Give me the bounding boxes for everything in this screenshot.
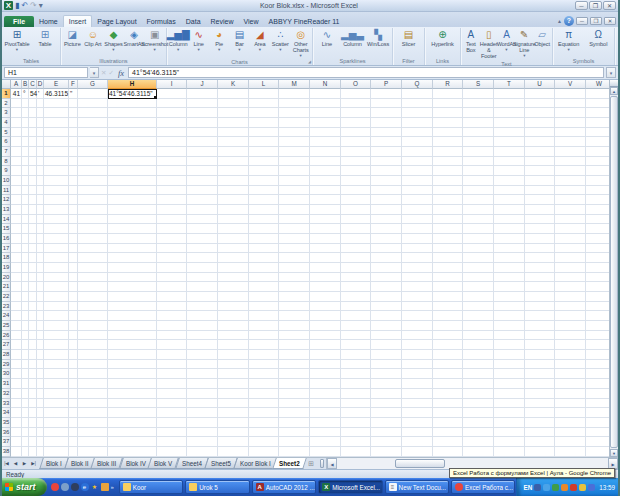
cell-K4[interactable] [218, 118, 249, 128]
cell-O18[interactable] [341, 253, 371, 263]
cell-P14[interactable] [371, 215, 402, 225]
cell-A23[interactable] [11, 302, 22, 312]
row-header-33[interactable]: 33 [2, 399, 11, 409]
alert-tray-icon[interactable] [570, 484, 577, 491]
cell-G37[interactable] [78, 437, 108, 447]
cell-U28[interactable] [525, 350, 555, 360]
cell-S5[interactable] [463, 128, 494, 138]
cell-I26[interactable] [157, 331, 187, 341]
cell-O10[interactable] [341, 176, 371, 186]
cell-V2[interactable] [555, 99, 586, 109]
cell-E34[interactable] [44, 408, 69, 418]
cell-P2[interactable] [371, 99, 402, 109]
cell-S25[interactable] [463, 321, 494, 331]
cell-G8[interactable] [78, 157, 108, 167]
cell-I37[interactable] [157, 437, 187, 447]
header-footer-button[interactable]: ▯Header & Footer [480, 28, 498, 60]
cell-D10[interactable] [37, 176, 44, 186]
row-header-16[interactable]: 16 [2, 234, 11, 244]
cell-G28[interactable] [78, 350, 108, 360]
cell-G6[interactable] [78, 137, 108, 147]
cell-Q23[interactable] [402, 302, 433, 312]
workbook-minimize-button[interactable]: ─ [576, 17, 588, 25]
cell-C3[interactable] [29, 108, 37, 118]
cell-J19[interactable] [187, 263, 218, 273]
winloss-button[interactable]: ▚Win/Loss [365, 28, 391, 48]
cell-S14[interactable] [463, 215, 494, 225]
cell-S24[interactable] [463, 311, 494, 321]
cell-W35[interactable] [586, 418, 609, 428]
cell-S2[interactable] [463, 99, 494, 109]
cell-K38[interactable] [218, 447, 249, 457]
cell-V24[interactable] [555, 311, 586, 321]
column-header-O[interactable]: O [341, 80, 371, 89]
cell-P31[interactable] [371, 379, 402, 389]
cell-C29[interactable] [29, 360, 37, 370]
cell-L3[interactable] [249, 108, 279, 118]
cell-H2[interactable] [108, 99, 157, 109]
cell-O22[interactable] [341, 292, 371, 302]
cell-I32[interactable] [157, 389, 187, 399]
cell-D21[interactable] [37, 282, 44, 292]
cell-D22[interactable] [37, 292, 44, 302]
cell-T5[interactable] [494, 128, 525, 138]
cell-P11[interactable] [371, 186, 402, 196]
column-header-Q[interactable]: Q [402, 80, 433, 89]
cell-R2[interactable] [433, 99, 463, 109]
cell-S28[interactable] [463, 350, 494, 360]
object-button[interactable]: ▱Object [533, 28, 551, 48]
cell-E5[interactable] [44, 128, 69, 138]
cell-L2[interactable] [249, 99, 279, 109]
cell-R23[interactable] [433, 302, 463, 312]
cell-S13[interactable] [463, 205, 494, 215]
cell-T37[interactable] [494, 437, 525, 447]
cell-Q38[interactable] [402, 447, 433, 457]
cell-M27[interactable] [279, 340, 310, 350]
cell-W20[interactable] [586, 273, 609, 283]
cell-T29[interactable] [494, 360, 525, 370]
quicklaunch-overflow-icon[interactable]: » [111, 484, 114, 490]
cell-W15[interactable] [586, 224, 609, 234]
cell-P15[interactable] [371, 224, 402, 234]
cell-D11[interactable] [37, 186, 44, 196]
cell-G32[interactable] [78, 389, 108, 399]
cell-N9[interactable] [310, 166, 341, 176]
cell-I9[interactable] [157, 166, 187, 176]
cell-Q19[interactable] [402, 263, 433, 273]
workbook-restore-button[interactable]: ❐ [590, 17, 602, 25]
cell-G34[interactable] [78, 408, 108, 418]
cell-H12[interactable] [108, 195, 157, 205]
cell-K25[interactable] [218, 321, 249, 331]
cell-T32[interactable] [494, 389, 525, 399]
column-header-C[interactable]: C [29, 80, 37, 89]
cell-E37[interactable] [44, 437, 69, 447]
vertical-scroll-track[interactable] [610, 95, 618, 449]
cell-C20[interactable] [29, 273, 37, 283]
cell-N16[interactable] [310, 234, 341, 244]
cell-F17[interactable] [69, 244, 78, 254]
start-button[interactable]: start [0, 478, 47, 496]
sheet-tab-sheet2[interactable]: Sheet2 [273, 458, 307, 469]
cell-O31[interactable] [341, 379, 371, 389]
cell-K29[interactable] [218, 360, 249, 370]
cell-S36[interactable] [463, 428, 494, 438]
cell-P30[interactable] [371, 369, 402, 379]
cell-R21[interactable] [433, 282, 463, 292]
cell-R14[interactable] [433, 215, 463, 225]
enter-icon[interactable]: ✓ [108, 67, 113, 78]
cell-C13[interactable] [29, 205, 37, 215]
dialog-launcher-icon[interactable]: ◢ [308, 59, 311, 64]
cell-W17[interactable] [586, 244, 609, 254]
cell-O3[interactable] [341, 108, 371, 118]
taskbar-button-autocad[interactable]: AAutoCAD 2012 ... [252, 480, 316, 494]
cell-R35[interactable] [433, 418, 463, 428]
folder-quicklaunch-icon[interactable] [101, 483, 109, 491]
cell-O12[interactable] [341, 195, 371, 205]
cell-F14[interactable] [69, 215, 78, 225]
cell-M1[interactable] [279, 89, 310, 99]
cell-W2[interactable] [586, 99, 609, 109]
cell-V21[interactable] [555, 282, 586, 292]
cell-L16[interactable] [249, 234, 279, 244]
scroll-up-icon[interactable]: ▲ [610, 87, 618, 95]
cell-S18[interactable] [463, 253, 494, 263]
